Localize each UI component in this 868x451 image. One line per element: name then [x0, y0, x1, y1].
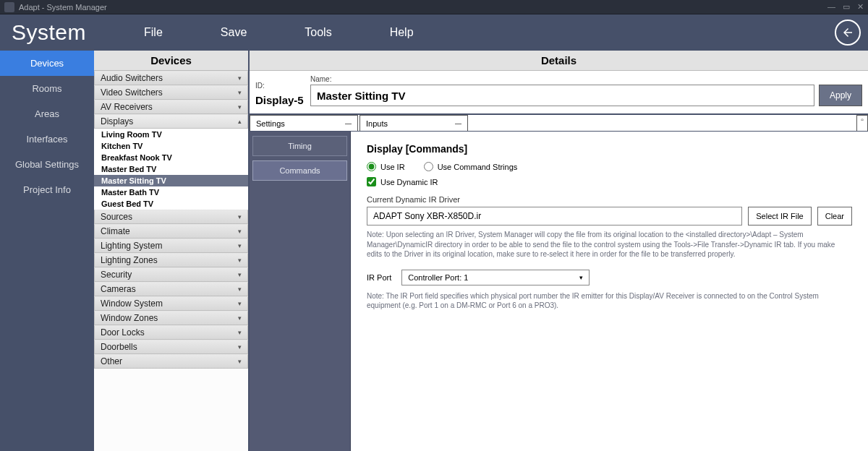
window-title-bar: Adapt - System Manager — ▭ ✕	[0, 0, 868, 14]
device-item[interactable]: Master Bed TV	[94, 163, 248, 175]
details-panel: Details ID: Display-5 Name: Apply Settin…	[250, 51, 868, 451]
chevron-down-icon: ▾	[238, 343, 242, 351]
ir-port-value: Controller Port: 1	[408, 273, 468, 282]
chevron-down-icon: ▾	[238, 74, 242, 82]
device-category[interactable]: Lighting Zones▾	[94, 253, 248, 267]
devices-panel: Devices Audio Switchers▾Video Switchers▾…	[94, 51, 250, 451]
menu-bar: System File Save Tools Help	[0, 14, 868, 51]
device-category-label: AV Receivers	[101, 102, 153, 112]
radio-use-ir-label: Use IR	[380, 163, 405, 171]
chevron-down-icon: ▾	[238, 89, 242, 96]
device-category[interactable]: Window System▾	[94, 296, 248, 311]
ir-port-note: Note: The IR Port field specifies which …	[367, 291, 852, 311]
menu-save[interactable]: Save	[192, 26, 276, 39]
device-category-label: Other	[101, 356, 122, 366]
window-maximize-icon[interactable]: ▭	[843, 2, 850, 12]
device-category[interactable]: Other▾	[94, 354, 248, 369]
device-item[interactable]: Master Sitting TV	[94, 175, 248, 186]
chevron-up-icon: ▴	[238, 118, 242, 125]
window-minimize-icon[interactable]: —	[827, 2, 835, 12]
ir-port-label: IR Port	[367, 273, 391, 282]
device-item[interactable]: Guest Bed TV	[94, 198, 248, 210]
device-category-label: Climate	[101, 226, 130, 236]
device-category-label: Security	[101, 270, 132, 280]
menu-help[interactable]: Help	[361, 26, 443, 39]
radio-use-ir[interactable]: Use IR	[367, 162, 405, 171]
radio-use-cmd-label: Use Command Strings	[438, 163, 518, 171]
ir-port-select[interactable]: Controller Port: 1 ▾	[401, 270, 590, 285]
subtab-timing[interactable]: Timing	[252, 136, 347, 156]
ir-driver-note: Note: Upon selecting an IR Driver, Syste…	[367, 230, 852, 259]
device-category-label: Door Locks	[101, 327, 145, 338]
arrow-left-icon	[841, 26, 854, 39]
device-category-label: Lighting Zones	[101, 255, 158, 265]
nav-global-settings[interactable]: Global Settings	[0, 152, 94, 177]
tab-expand-icon[interactable]: ▫	[856, 115, 868, 131]
select-ir-file-button[interactable]: Select IR File	[748, 207, 811, 226]
clear-button[interactable]: Clear	[817, 207, 852, 226]
commands-title: Display [Commands]	[367, 143, 852, 155]
chevron-down-icon: ▾	[238, 300, 242, 307]
app-icon	[4, 2, 14, 12]
id-name-row: ID: Display-5 Name: Apply	[250, 71, 868, 115]
device-item[interactable]: Breakfast Nook TV	[94, 152, 248, 163]
device-category-label: Audio Switchers	[101, 73, 163, 83]
tab-inputs-label: Inputs	[366, 119, 388, 128]
ir-driver-input[interactable]	[367, 207, 742, 226]
device-category[interactable]: Displays▴	[94, 114, 248, 129]
chevron-down-icon: ▾	[238, 285, 242, 293]
device-item[interactable]: Living Room TV	[94, 129, 248, 140]
back-button[interactable]	[835, 20, 861, 46]
apply-button[interactable]: Apply	[819, 85, 862, 106]
tab-settings[interactable]: Settings—	[250, 115, 358, 131]
device-category-label: Doorbells	[101, 342, 137, 352]
nav-rooms[interactable]: Rooms	[0, 76, 94, 101]
settings-subnav: Timing Commands	[250, 132, 351, 451]
chevron-down-icon: ▾	[579, 274, 583, 281]
chevron-down-icon: ▾	[238, 213, 242, 220]
device-category-label: Lighting System	[101, 241, 162, 251]
checkbox-dynamic-ir-input[interactable]	[367, 177, 376, 186]
device-category-label: Displays	[101, 116, 133, 126]
subtab-commands[interactable]: Commands	[252, 160, 347, 181]
radio-use-cmd-input[interactable]	[424, 162, 433, 171]
chevron-down-icon: ▾	[238, 228, 242, 235]
radio-use-command-strings[interactable]: Use Command Strings	[424, 162, 518, 171]
device-category[interactable]: Audio Switchers▾	[94, 71, 248, 85]
device-category[interactable]: Lighting System▾	[94, 239, 248, 253]
window-title: Adapt - System Manager	[19, 3, 107, 12]
checkbox-use-dynamic-ir[interactable]: Use Dynamic IR	[367, 177, 852, 186]
radio-use-ir-input[interactable]	[367, 162, 376, 171]
tab-inputs[interactable]: Inputs—	[359, 115, 468, 131]
device-category[interactable]: Door Locks▾	[94, 325, 248, 340]
device-category[interactable]: Sources▾	[94, 210, 248, 224]
device-category-label: Window Zones	[101, 313, 158, 323]
device-category[interactable]: Video Switchers▾	[94, 85, 248, 100]
device-item[interactable]: Kitchen TV	[94, 140, 248, 152]
device-item[interactable]: Master Bath TV	[94, 186, 248, 198]
nav-devices[interactable]: Devices	[0, 51, 94, 76]
nav-interfaces[interactable]: Interfaces	[0, 126, 94, 152]
tab-settings-label: Settings	[256, 119, 285, 128]
minimize-icon[interactable]: —	[455, 120, 461, 127]
device-category-label: Window System	[101, 298, 163, 309]
device-category[interactable]: AV Receivers▾	[94, 100, 248, 114]
chevron-down-icon: ▾	[238, 329, 242, 336]
device-category[interactable]: Doorbells▾	[94, 340, 248, 354]
chevron-down-icon: ▾	[238, 103, 242, 111]
nav-areas[interactable]: Areas	[0, 101, 94, 126]
device-category[interactable]: Security▾	[94, 267, 248, 282]
menu-tools[interactable]: Tools	[276, 26, 360, 39]
nav-project-info[interactable]: Project Info	[0, 177, 94, 202]
device-category[interactable]: Window Zones▾	[94, 311, 248, 325]
device-category[interactable]: Cameras▾	[94, 282, 248, 296]
device-category-label: Sources	[101, 212, 132, 222]
id-value: Display-5	[255, 91, 306, 106]
name-input[interactable]	[310, 85, 814, 106]
menu-file[interactable]: File	[115, 26, 192, 39]
minimize-icon[interactable]: —	[345, 120, 352, 127]
chevron-down-icon: ▾	[238, 271, 242, 278]
window-close-icon[interactable]: ✕	[857, 2, 864, 12]
device-category[interactable]: Climate▾	[94, 224, 248, 239]
devices-panel-header: Devices	[94, 51, 248, 71]
